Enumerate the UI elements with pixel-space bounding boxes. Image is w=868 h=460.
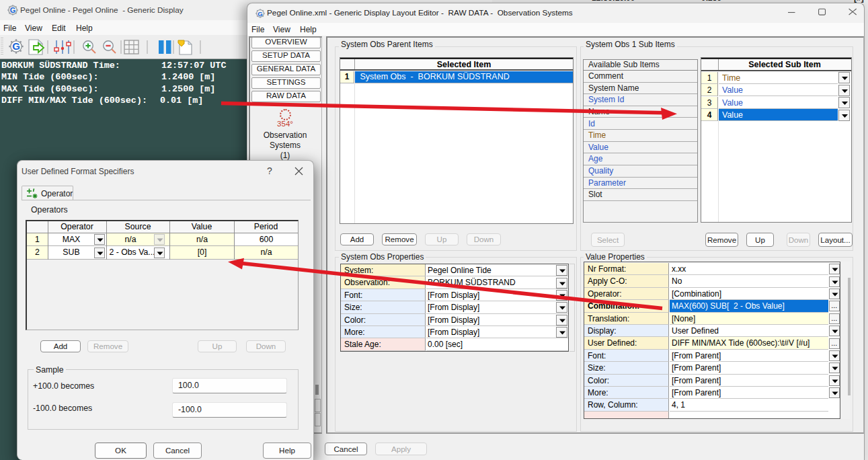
svg-text:G: G xyxy=(12,40,20,52)
svg-text:G: G xyxy=(10,6,16,14)
svg-text:G: G xyxy=(258,10,262,17)
